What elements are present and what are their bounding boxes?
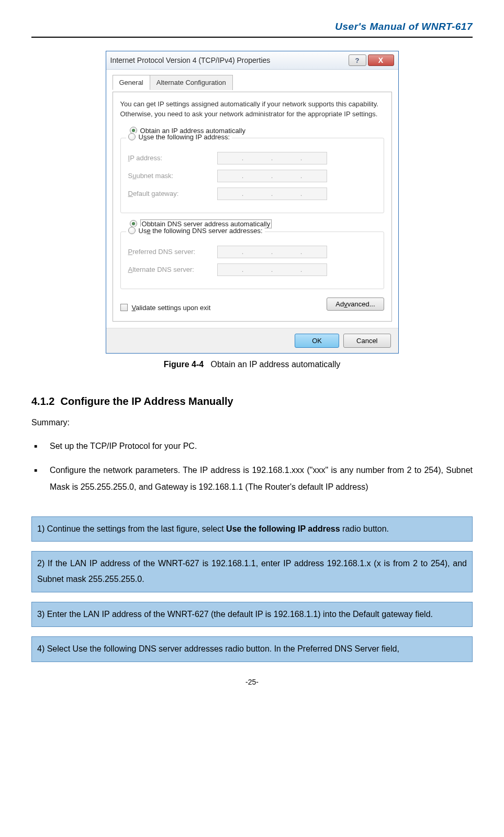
close-button[interactable]: X bbox=[368, 54, 394, 66]
ip-address-field[interactable]: ... bbox=[217, 152, 327, 164]
intro-text: You can get IP settings assigned automat… bbox=[120, 100, 384, 119]
radio-use-dns-label: Use the following DNS server addresses: bbox=[139, 227, 263, 235]
tab-content-general: You can get IP settings assigned automat… bbox=[113, 92, 392, 322]
validate-checkbox[interactable] bbox=[120, 304, 128, 311]
ip-address-label: IP address: bbox=[128, 154, 217, 162]
cancel-button[interactable]: Cancel bbox=[343, 334, 390, 348]
figure-caption: Figure 4-4 Obtain an IP address automati… bbox=[31, 360, 473, 369]
summary-bullets: Set up the TCP/IP Protocol for your PC. … bbox=[31, 438, 473, 495]
section-heading: 4.1.2 Configure the IP Address Manually bbox=[31, 395, 473, 408]
preferred-dns-field[interactable]: ... bbox=[217, 246, 327, 258]
alternate-dns-label: Alternate DNS server: bbox=[128, 266, 217, 273]
step-1: 1) Continue the settings from the last f… bbox=[31, 516, 473, 542]
step-4: 4) Select Use the following DNS server a… bbox=[31, 636, 473, 662]
summary-label: Summary: bbox=[31, 418, 473, 427]
ok-button[interactable]: OK bbox=[295, 334, 339, 348]
advanced-button[interactable]: Advvanced... bbox=[327, 298, 384, 311]
page-header: User's Manual of WNRT-617 bbox=[31, 21, 473, 38]
page-number: -25- bbox=[31, 678, 473, 686]
preferred-dns-label: Preferred DNS server: bbox=[128, 248, 217, 256]
ip-address-group: Usse the following IP address: IP addres… bbox=[120, 138, 384, 213]
radio-use-ip[interactable] bbox=[128, 133, 136, 140]
bullet-item: Configure the network parameters. The IP… bbox=[50, 462, 473, 495]
dialog-titlebar: Internet Protocol Version 4 (TCP/IPv4) P… bbox=[106, 51, 398, 70]
ipv4-properties-dialog: Internet Protocol Version 4 (TCP/IPv4) P… bbox=[106, 51, 399, 354]
tab-general[interactable]: General bbox=[113, 75, 150, 90]
default-gateway-field[interactable]: ... bbox=[217, 188, 327, 200]
radio-use-ip-label: Usse the following IP address: bbox=[139, 133, 230, 141]
validate-label: Validate settings upon exit bbox=[132, 304, 211, 312]
radio-use-dns[interactable] bbox=[128, 227, 136, 234]
step-3: 3) Enter the LAN IP address of the WNRT-… bbox=[31, 602, 473, 627]
dns-group: Use the following DNS server addresses: … bbox=[120, 232, 384, 289]
close-icon: X bbox=[378, 56, 383, 64]
help-button[interactable]: ? bbox=[349, 54, 366, 66]
subnet-mask-label: Suubnet mask: bbox=[128, 172, 217, 180]
tab-alternate[interactable]: Alternate Configuration bbox=[150, 75, 233, 90]
subnet-mask-field[interactable]: ... bbox=[217, 170, 327, 182]
bullet-item: Set up the TCP/IP Protocol for your PC. bbox=[50, 438, 473, 455]
step-2: 2) If the LAN IP address of the WNRT-627… bbox=[31, 551, 473, 592]
default-gateway-label: Default gateway: bbox=[128, 190, 217, 197]
alternate-dns-field[interactable]: ... bbox=[217, 263, 327, 276]
dialog-title: Internet Protocol Version 4 (TCP/IPv4) P… bbox=[110, 56, 271, 64]
